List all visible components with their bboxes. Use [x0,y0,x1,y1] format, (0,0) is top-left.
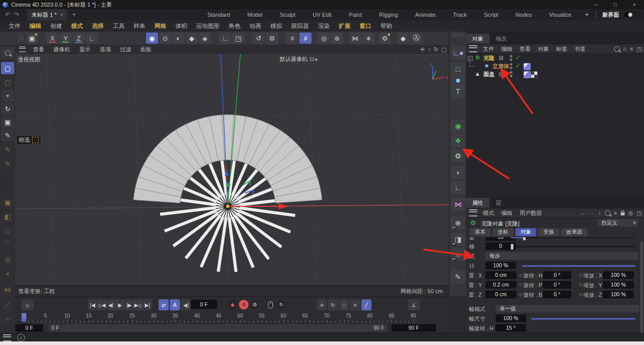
workplane-axis-icon[interactable]: ∟ [451,181,465,194]
value-field[interactable]: 100 % [485,262,516,269]
key-position-icon[interactable]: ✛ [317,299,327,310]
menubar-item[interactable]: 角色 [224,22,245,30]
layout-menu-rigging[interactable]: Rigging [370,12,406,18]
om-popout-icon[interactable]: ◳ [637,46,642,52]
tab-对象[interactable]: 对象 [466,34,489,44]
magnet-tool[interactable]: ⌐ [1,312,14,325]
phong-tag-icon[interactable] [524,71,531,78]
viewport-menu-item[interactable]: 过滤 [115,46,136,53]
key-rotation-icon[interactable]: ↻ [328,299,338,310]
attr-target-icon[interactable]: ◎ [628,210,633,216]
object-name[interactable]: 克隆 [483,54,495,62]
menubar-item[interactable]: 选择 [87,22,108,30]
section-tab-坐标[interactable]: 坐标 [493,228,513,236]
layout-menu-track[interactable]: Track [444,12,475,18]
attr-search-icon[interactable] [605,210,610,216]
dropdown-field[interactable]: 单一值 [496,305,639,312]
viewport-menu-item[interactable]: 查看 [28,46,49,53]
viewport-menu-item[interactable]: 摄像机 [49,46,75,53]
view-label[interactable]: 透视视图 [18,56,40,64]
material-edit-icon[interactable]: ✎ [451,270,465,284]
value-field[interactable]: 100 % [496,315,526,322]
tree-row-圆盘[interactable]: ▲圆盘▨ [466,70,644,78]
value-field[interactable]: 0 ° [543,291,571,298]
edit-state-icon[interactable]: ▨ [499,55,504,60]
slider-track[interactable] [511,246,635,247]
value-field[interactable]: 0 cm [485,271,516,279]
knife-tool[interactable]: ／ [1,298,14,310]
viewport-solo-icon[interactable]: ▣ [26,33,38,44]
layout-menu-model[interactable]: Model [239,12,271,18]
spline-smooth-tool[interactable]: ✎ [1,158,14,170]
effector-icon[interactable]: ◉ [451,119,465,133]
section-tab-基本[interactable]: 基本 [470,228,490,236]
key-parameter-icon[interactable]: ≡ [350,299,360,310]
enabled-check-icon[interactable]: ✓ [515,62,520,69]
object-manager-menu-item[interactable]: 编辑 [498,45,516,53]
quantize-icon[interactable]: ◎ [318,33,330,44]
orbit-record-icon[interactable]: ↻ [277,300,286,309]
light-object-icon[interactable]: ☼ST [451,248,465,261]
menubar-item[interactable]: 创建 [46,22,67,30]
new-interface-button[interactable]: 新界面 [598,11,623,19]
toolbar-drag-handle[interactable] [18,34,23,42]
value-field[interactable]: 0 ° [543,271,571,279]
axis-x-lock[interactable]: X [46,33,58,44]
visibility-dots[interactable] [510,55,512,62]
tab-属性[interactable]: 属性 [466,198,489,208]
viewport[interactable]: 查看摄像机显示选项过滤面板 ✛↕↻▢ 透视视图 默认摄像机 ⊡◂ 框选 z x [15,45,449,296]
loop-button[interactable]: ⇄ [159,299,169,310]
goto-end-button[interactable]: ▶| [143,299,152,310]
attribute-menu-item[interactable]: 编辑 [498,209,516,217]
undo-icon[interactable]: ↶ [3,11,12,18]
extrude-tool[interactable]: ◧ [1,210,14,223]
status-menu-icon[interactable] [3,334,11,341]
range-end-field[interactable]: 90 F [391,324,436,332]
menubar-item[interactable]: 编辑 [25,22,46,30]
layout-add-button[interactable]: + [580,11,594,18]
menubar-item[interactable]: 文件 [4,22,25,30]
axis-y-lock[interactable]: Y [59,33,72,44]
keyframe-diamond-icon[interactable]: ◇ [579,282,582,287]
menubar-item[interactable]: 运动图形 [192,22,224,30]
symmetry-icon[interactable]: ⋈ [349,33,361,44]
menubar-item[interactable]: 网格 [150,22,171,30]
prev-frame-button[interactable]: ◀| [106,299,115,310]
attr-back-icon[interactable]: ← [580,210,586,216]
phong-tag-icon[interactable] [524,63,531,70]
lock-points-tool[interactable]: ◎ [1,253,14,265]
symmetry-axis-icon[interactable]: ∗ [362,33,375,44]
rotate-tool[interactable]: ↻ [1,103,14,115]
object-manager-menu-item[interactable]: 标签 [553,45,571,53]
visibility-dots[interactable] [510,71,512,78]
mouse-record-icon[interactable] [265,300,275,309]
menubar-item[interactable]: 渲染 [314,22,334,30]
cube-tool[interactable]: ◇ [1,225,14,237]
value-field[interactable]: 0 ° [543,281,571,289]
maximize-icon[interactable]: ▢ [442,46,447,53]
section-tab-对象[interactable]: 对象 [515,228,536,236]
tab-层[interactable]: 层 [489,198,507,208]
attr-vertical-scrollbar[interactable] [640,241,643,345]
menubar-item[interactable]: 样条 [129,22,150,30]
orbit-icon[interactable]: ↻ [434,46,438,53]
play-button[interactable]: ▶ [115,299,125,310]
keyframe-diamond-icon[interactable]: ◇ [579,272,582,277]
menubar-item[interactable]: 动画 [245,22,266,30]
attribute-menu-item[interactable]: 模式 [479,209,498,217]
slider-knob[interactable] [511,244,513,249]
redo-icon[interactable]: ↷ [12,11,21,18]
goto-start-button[interactable]: |◀ [88,299,97,310]
prev-key-button[interactable]: ◇◀ [97,299,106,310]
layout-menu-standard[interactable]: Standard [199,12,239,18]
camera-label[interactable]: 默认摄像机 ⊡◂ [280,55,317,63]
menubar-item[interactable]: 模式 [67,22,87,30]
bend-deformer-icon[interactable]: ◗ [451,166,465,179]
keyframe-diamond-icon[interactable]: ◇ [579,292,582,297]
object-manager-menu-icon[interactable] [469,45,477,52]
attribute-menu-icon[interactable] [469,209,477,216]
camera-icon[interactable]: ⊡◂ [310,56,317,62]
range-bar[interactable]: 0 F90 F [48,324,387,332]
volume-builder-icon[interactable]: ❖ [451,134,465,147]
attr-filter-icon[interactable]: ≡ [614,210,617,216]
